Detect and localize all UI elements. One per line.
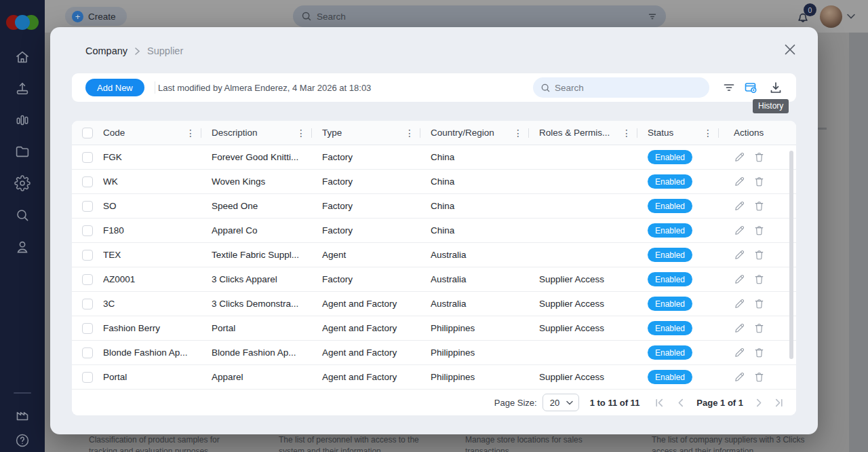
row-checkbox[interactable] [82,250,93,261]
delete-trash-icon[interactable] [753,225,765,236]
pagination-bar: Page Size: 20 1 to 11 of 11 Page 1 of 1 [72,390,796,415]
user-avatar[interactable] [820,5,842,28]
table-scrollbar[interactable] [789,151,793,359]
column-header-roles[interactable]: Roles & Permis... [539,128,610,138]
table-search-input[interactable] [533,77,709,98]
select-all-checkbox[interactable] [82,128,93,138]
cell-description: Forever Good Knitti... [201,145,312,169]
edit-pencil-icon[interactable] [734,371,745,383]
delete-trash-icon[interactable] [753,176,765,187]
cell-type: Agent and Factory [312,365,420,389]
sidebar-item-home[interactable] [14,49,31,65]
column-header-country[interactable]: Country/Region [431,128,494,138]
table-row[interactable]: WK Woven Kings Factory China Enabled [72,170,796,194]
global-search-input[interactable] [293,5,666,27]
first-page-icon[interactable] [654,398,665,408]
table-row[interactable]: Fashion Berry Portal Agent and Factory P… [72,316,796,341]
row-checkbox[interactable] [82,201,93,212]
delete-trash-icon[interactable] [753,200,765,212]
previous-page-icon[interactable] [675,398,686,408]
delete-trash-icon[interactable] [753,274,765,285]
row-checkbox[interactable] [82,323,93,334]
edit-pencil-icon[interactable] [734,274,745,285]
sidebar-item-analytics[interactable] [14,112,31,128]
screen: + Create 0 Classification of product sam… [0,0,868,452]
sidebar-item-help[interactable] [14,432,31,449]
column-menu-icon[interactable]: ⋮ [186,128,195,138]
create-button[interactable]: + Create [65,7,127,26]
row-checkbox[interactable] [82,152,93,163]
global-search-field[interactable] [317,12,642,22]
sidebar-item-upload[interactable] [14,80,31,96]
sidebar-item-profile[interactable] [14,239,31,255]
column-menu-icon[interactable]: ⋮ [405,128,414,138]
row-checkbox[interactable] [82,299,93,309]
cell-code: TEX [103,243,201,267]
status-badge: Enabled [648,321,692,335]
table-row[interactable]: SO Speed One Factory China Enabled [72,194,796,219]
table-search-field[interactable] [555,83,702,93]
column-header-type[interactable]: Type [322,128,342,138]
column-menu-icon[interactable]: ⋮ [296,128,306,138]
edit-pencil-icon[interactable] [734,298,745,309]
row-checkbox[interactable] [82,274,93,285]
delete-trash-icon[interactable] [753,322,765,334]
edit-pencil-icon[interactable] [734,151,745,163]
edit-pencil-icon[interactable] [734,225,745,236]
column-menu-icon[interactable]: ⋮ [703,128,713,138]
column-header-code[interactable]: Code [103,128,125,138]
table-row[interactable]: FGK Forever Good Knitti... Factory China… [72,145,796,170]
page-size-select[interactable]: 20 [542,394,579,411]
status-badge: Enabled [648,345,692,360]
filter-icon[interactable] [722,81,736,94]
table-row[interactable]: F180 Apparel Co Factory China Enabled [72,219,796,243]
add-new-button[interactable]: Add New [85,79,144,96]
delete-trash-icon[interactable] [753,298,765,309]
last-page-icon[interactable] [774,398,784,408]
delete-trash-icon[interactable] [753,249,765,261]
factory-icon [14,407,31,423]
edit-pencil-icon[interactable] [734,322,745,334]
row-checkbox[interactable] [82,347,93,358]
history-icon[interactable] [744,81,757,94]
table-row[interactable]: AZ0001 3 Clicks Apparel Factory Australi… [72,267,796,292]
cell-type: Agent and Factory [312,316,420,340]
sidebar-item-search[interactable] [14,207,31,223]
upload-icon [14,80,31,96]
chevron-down-icon[interactable] [846,13,856,20]
table-row[interactable]: Portal Apparel Agent and Factory Philipp… [72,365,796,390]
sidebar-item-factory[interactable] [14,407,31,423]
delete-trash-icon[interactable] [753,371,765,383]
row-checkbox[interactable] [82,372,93,383]
column-header-status[interactable]: Status [648,128,673,138]
sidebar-item-settings[interactable] [14,175,31,191]
next-page-icon[interactable] [754,398,764,408]
table-row[interactable]: TEX Textile Fabric Suppl... Agent Austra… [72,243,796,267]
cell-code: Portal [103,365,201,389]
edit-pencil-icon[interactable] [734,249,745,261]
edit-pencil-icon[interactable] [734,176,745,187]
app-logo[interactable] [6,14,39,31]
cell-roles [529,219,637,242]
edit-pencil-icon[interactable] [734,347,745,358]
column-menu-icon[interactable]: ⋮ [622,128,631,138]
close-icon[interactable] [783,43,797,56]
delete-trash-icon[interactable] [753,347,765,358]
filter-icon[interactable] [647,11,658,22]
cell-roles: Supplier Access [529,316,637,340]
sidebar [0,0,45,452]
status-badge: Enabled [648,223,692,238]
row-checkbox[interactable] [82,225,93,236]
breadcrumb-company[interactable]: Company [85,45,127,56]
table-row[interactable]: 3C 3 Clicks Demonstra... Agent and Facto… [72,292,796,316]
breadcrumb-supplier: Supplier [147,45,183,56]
download-icon[interactable] [769,81,783,94]
status-badge: Enabled [648,272,692,286]
row-checkbox[interactable] [82,176,93,187]
table-row[interactable]: Blonde Fashion Ap... Blonde Fashion Ap..… [72,341,796,365]
edit-pencil-icon[interactable] [734,200,745,212]
column-header-description[interactable]: Description [212,128,258,138]
column-menu-icon[interactable]: ⋮ [513,128,523,138]
delete-trash-icon[interactable] [753,151,765,163]
sidebar-item-documents[interactable] [14,143,31,159]
